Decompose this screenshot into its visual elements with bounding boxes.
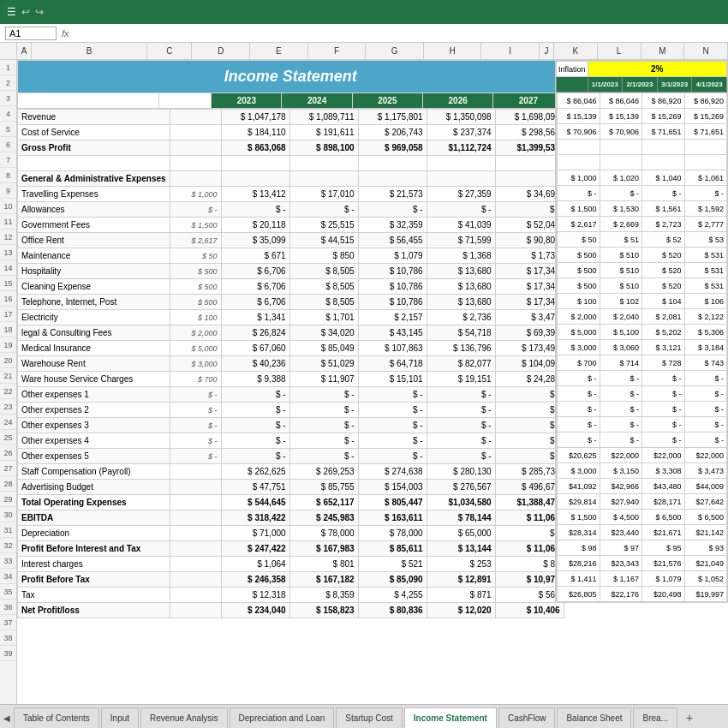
col-header-d[interactable]: D xyxy=(192,43,250,59)
right-row-value: $ 1,500 xyxy=(558,201,600,217)
row-label: Telephone, Internet, Post xyxy=(18,295,170,310)
col-header-h[interactable]: H xyxy=(424,43,482,59)
col-header-n[interactable]: N xyxy=(684,43,728,59)
col-header-a[interactable]: A xyxy=(17,43,32,59)
col-header-f[interactable]: F xyxy=(308,43,367,59)
tab-input[interactable]: Input xyxy=(101,707,139,728)
row-value: $ - xyxy=(495,449,564,464)
row-value xyxy=(358,156,427,171)
row-value: $ 12,020 xyxy=(427,603,495,618)
tab-startup-cost[interactable]: Startup Cost xyxy=(336,707,403,728)
right-row-value: $ 531 xyxy=(684,248,727,263)
tab-revenue-analysis[interactable]: Revenue Analysis xyxy=(140,707,228,728)
row-value xyxy=(495,156,564,171)
row-value: $ 78,000 xyxy=(358,526,427,541)
col-header-b[interactable]: B xyxy=(32,43,147,59)
row-label: Other expenses 1 xyxy=(18,387,170,403)
right-row-value: $ 6,500 xyxy=(642,510,685,525)
row-num-2: 2 xyxy=(0,75,16,91)
right-row-value: $ 6,500 xyxy=(684,510,727,525)
row-value: $ 274,638 xyxy=(358,464,427,480)
right-row-value: $ 5,000 xyxy=(558,325,600,340)
right-row-value: $ 743 xyxy=(684,355,727,371)
row-num-18: 18 xyxy=(0,322,16,337)
col-header-j[interactable]: J xyxy=(540,43,554,59)
row-value: $ 245,983 xyxy=(289,510,358,526)
row-value: $ - xyxy=(221,433,289,449)
row-value: $ 85,611 xyxy=(358,541,427,557)
tab-income-statement[interactable]: Income Statement xyxy=(404,707,497,728)
row-num-1: 1 xyxy=(0,60,16,75)
monthly-year-4: 4/1/2023 xyxy=(692,77,727,92)
row-value: $ 85,049 xyxy=(289,341,358,356)
table-row: legal & Consulting Fees$ 2,000$ 26,824$ … xyxy=(18,325,564,341)
row-num-12: 12 xyxy=(0,230,16,245)
row-value: $ - xyxy=(358,418,427,433)
col-header-l[interactable]: L xyxy=(598,43,641,59)
right-row-value: $ 70,906 xyxy=(558,124,600,140)
col-header-c[interactable]: C xyxy=(147,43,192,59)
row-value: $ 17,349 xyxy=(495,279,564,295)
row-value: $ - xyxy=(221,449,289,464)
row-num-31: 31 xyxy=(0,522,16,538)
right-row-value: $ 71,651 xyxy=(684,124,727,140)
tabs-scroll-left[interactable]: ◀ xyxy=(0,707,14,728)
col-header-g[interactable]: G xyxy=(366,43,424,59)
tab-table-of-contents[interactable]: Table of Contents xyxy=(14,707,99,728)
row-num-7: 7 xyxy=(0,152,16,168)
row-value: $ - xyxy=(427,449,495,464)
row-base: $ 2,000 xyxy=(170,325,221,341)
tab-cashflow[interactable]: CashFlow xyxy=(498,707,555,728)
right-row-value: $ 86,046 xyxy=(558,93,600,109)
col-header-m[interactable]: M xyxy=(641,43,685,59)
tab-depreciation-and-loan[interactable]: Depreciation and Loan xyxy=(230,707,335,728)
row-value: $ 12,891 xyxy=(427,572,495,588)
row-value: $ 35,099 xyxy=(221,233,289,248)
row-label: Allowances xyxy=(18,202,170,218)
right-row-value: $ 520 xyxy=(642,263,685,278)
row-value: $ 805,447 xyxy=(358,495,427,510)
add-tab-button[interactable]: + xyxy=(679,707,700,728)
row-value: $ 17,010 xyxy=(289,187,358,202)
table-row: Other expenses 5$ -$ -$ -$ -$ -$ - xyxy=(18,449,564,464)
row-label: Cleaning Expense xyxy=(18,279,170,295)
right-table-row: $26,805$22,176$20,498$19,997 xyxy=(557,587,727,602)
right-table-row: $ 86,046$ 86,046$ 86,920$ 86,920 xyxy=(557,93,727,109)
row-num-11: 11 xyxy=(0,214,16,230)
col-header-k[interactable]: K xyxy=(554,43,598,59)
right-row-value: $ 3,473 xyxy=(684,463,727,479)
row-base: $ - xyxy=(170,403,221,418)
row-value: $ 41,039 xyxy=(427,218,495,233)
right-row-value: $ 520 xyxy=(642,248,685,263)
right-data-table: $ 86,046$ 86,046$ 86,920$ 86,920$ 15,139… xyxy=(556,92,727,602)
row-base: $ 500 xyxy=(170,295,221,310)
right-table-row: $ 98$ 97$ 95$ 93 xyxy=(557,540,727,556)
right-row-value: $ 104 xyxy=(642,294,685,309)
row-label: legal & Consulting Fees xyxy=(18,325,170,341)
undo-icon[interactable]: ↩ xyxy=(21,6,30,18)
redo-icon[interactable]: ↪ xyxy=(35,6,44,18)
row-base xyxy=(170,140,221,156)
table-row: Total Operating Expenses$ 544,645$ 652,1… xyxy=(18,495,564,510)
col-header-e[interactable]: E xyxy=(250,43,308,59)
tab-balance-sheet[interactable]: Balance Sheet xyxy=(557,707,631,728)
right-row-value: $ - xyxy=(558,186,600,201)
tab-brea...[interactable]: Brea... xyxy=(633,707,677,728)
right-row-value: $ - xyxy=(684,371,727,386)
name-box[interactable] xyxy=(5,27,57,40)
toolbar: ☰ ↩ ↪ xyxy=(0,0,728,24)
row-value: $ 47,751 xyxy=(221,480,289,495)
row-base: $ 500 xyxy=(170,264,221,279)
row-value: $ 6,706 xyxy=(221,264,289,279)
table-row: EBITDA$ 318,422$ 245,983$ 163,611$ 78,14… xyxy=(18,510,564,526)
menu-icon[interactable]: ☰ xyxy=(7,6,16,18)
col-header-i[interactable]: I xyxy=(481,43,540,59)
right-row-value: $41,092 xyxy=(558,479,600,494)
table-row: Other expenses 2$ -$ -$ -$ -$ -$ - xyxy=(18,403,564,418)
right-row-value: $ 1,530 xyxy=(600,201,642,217)
right-row-value: $28,171 xyxy=(642,494,685,510)
right-row-value: $ 1,500 xyxy=(558,510,600,525)
row-label: Cost of Service xyxy=(18,125,170,140)
row-label xyxy=(18,156,170,171)
table-row: Cost of Service$ 184,110$ 191,611$ 206,7… xyxy=(18,125,564,140)
